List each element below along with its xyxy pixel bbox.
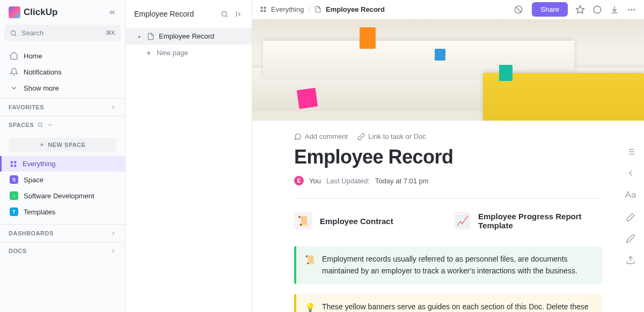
updated-value: Today at 7:01 pm	[375, 177, 429, 185]
svg-line-3	[42, 127, 43, 128]
breadcrumb-separator: /	[308, 5, 310, 13]
meta-actions: Add comment Link to task or Doc	[294, 132, 602, 140]
left-sidebar: ClickUp Search ⌘K Home Notifications Sho…	[0, 0, 126, 312]
byline: E You Last Updated: Today at 7:01 pm	[294, 176, 602, 185]
grid-icon	[10, 160, 17, 168]
svg-point-2	[38, 123, 42, 127]
bell-icon	[10, 68, 18, 76]
logo[interactable]: ClickUp	[9, 6, 57, 18]
search-input[interactable]: Search ⌘K	[4, 25, 121, 41]
new-page-button[interactable]: New page	[126, 44, 252, 61]
info-banner-green-text: Employment records usually referred to a…	[322, 254, 594, 277]
search-placeholder: Search	[21, 29, 43, 37]
svg-line-1	[15, 34, 16, 35]
star-icon[interactable]	[575, 5, 585, 14]
doc-tree-header: Employee Record	[126, 0, 252, 28]
typography-icon[interactable]: Aa	[625, 190, 636, 200]
info-banner-yellow-text: These yellow banners serve as guides on …	[322, 301, 594, 312]
section-spaces[interactable]: SPACES	[0, 116, 125, 133]
chevron-right-icon	[110, 248, 116, 254]
divider	[294, 198, 602, 199]
collapse-sidebar-icon[interactable]	[108, 8, 116, 17]
caret-icon[interactable]: ▸	[138, 34, 143, 39]
topbar: Everything / Employee Record Share	[252, 0, 644, 19]
export-icon[interactable]	[626, 255, 635, 265]
nav-notifications[interactable]: Notifications	[0, 64, 125, 80]
chevron-right-icon	[110, 104, 116, 110]
card-progress-report[interactable]: 📈 Employee Progress Report Template	[455, 212, 602, 230]
home-icon	[10, 51, 18, 60]
logo-text: ClickUp	[24, 7, 57, 18]
search-icon[interactable]	[37, 122, 43, 128]
page-icon	[147, 33, 155, 40]
bulb-icon: 💡	[305, 301, 316, 312]
space-templates[interactable]: T Templates	[0, 204, 125, 220]
section-favorites-label: FAVORITES	[9, 104, 44, 110]
link-task-button[interactable]: Link to task or Doc	[357, 132, 426, 140]
section-docs-label: DOCS	[9, 248, 27, 254]
space-software-development[interactable]: ⌂ Software Development	[0, 188, 125, 204]
comment-icon[interactable]	[592, 5, 602, 14]
collapse-panel-icon[interactable]	[235, 10, 243, 18]
magic-icon[interactable]	[626, 212, 635, 222]
space-templates-label: Templates	[24, 208, 55, 216]
search-icon[interactable]	[221, 10, 229, 18]
page-icon	[314, 6, 321, 13]
download-icon[interactable]	[610, 5, 619, 14]
doc-row-root[interactable]: ▸ Employee Record	[126, 28, 252, 44]
svg-marker-21	[576, 5, 584, 13]
author-label[interactable]: You	[309, 177, 321, 185]
nav-home-label: Home	[24, 52, 42, 60]
chevron-down-icon[interactable]	[47, 122, 53, 128]
search-shortcut: ⌘K	[106, 29, 115, 36]
new-space-button[interactable]: NEW SPACE	[9, 138, 116, 152]
svg-point-27	[634, 9, 635, 10]
section-spaces-label: SPACES	[9, 122, 34, 128]
search-icon	[10, 29, 17, 37]
scroll-icon: 📜	[305, 254, 316, 277]
logo-mark-icon	[9, 6, 20, 18]
svg-rect-16	[264, 7, 266, 9]
breadcrumb-root[interactable]: Everything	[271, 5, 304, 13]
doc-tree-panel: Employee Record ▸ Employee Record New pa…	[126, 0, 252, 312]
card-progress-label: Employee Progress Report Template	[478, 212, 602, 230]
cover-image[interactable]	[252, 19, 644, 121]
plus-icon	[39, 142, 45, 147]
outline-icon[interactable]	[626, 147, 635, 157]
edit-icon[interactable]	[626, 234, 635, 243]
add-comment-label: Add comment	[305, 132, 348, 140]
space-softdev-label: Software Development	[24, 192, 94, 200]
section-favorites[interactable]: FAVORITES	[0, 98, 125, 116]
add-comment-button[interactable]: Add comment	[294, 132, 348, 140]
breadcrumb: Everything / Employee Record	[260, 5, 385, 13]
avatar[interactable]: E	[294, 176, 304, 185]
space-space[interactable]: S Space	[0, 172, 125, 188]
svg-line-20	[516, 6, 522, 12]
svg-rect-9	[14, 165, 16, 167]
scroll-icon: 📜	[294, 212, 312, 230]
section-dashboards[interactable]: DASHBOARDS	[0, 224, 125, 242]
link-task-label: Link to task or Doc	[368, 132, 426, 140]
space-space-label: Space	[24, 176, 43, 184]
chart-icon: 📈	[455, 212, 471, 230]
share-button[interactable]: Share	[532, 2, 568, 17]
space-everything[interactable]: Everything	[0, 156, 125, 172]
nav-show-more[interactable]: Show more	[0, 80, 125, 96]
nav-notifications-label: Notifications	[24, 68, 62, 76]
more-icon[interactable]	[627, 5, 636, 14]
floating-toolbar: Aa	[617, 147, 644, 265]
clear-icon[interactable]	[513, 4, 524, 16]
nav-home[interactable]: Home	[0, 48, 125, 64]
plus-icon	[145, 49, 152, 57]
card-employee-contract[interactable]: 📜 Employee Contract	[294, 212, 442, 230]
primary-nav: Home Notifications Show more	[0, 46, 125, 98]
back-icon[interactable]	[626, 168, 635, 178]
doc-title[interactable]: Employee Record	[294, 146, 602, 168]
comment-icon	[294, 133, 302, 140]
breadcrumb-current[interactable]: Employee Record	[326, 5, 385, 13]
section-docs[interactable]: DOCS	[0, 242, 125, 259]
info-banner-yellow: 💡 These yellow banners serve as guides o…	[294, 294, 602, 312]
space-everything-label: Everything	[23, 160, 55, 168]
main-area: Everything / Employee Record Share Add c…	[252, 0, 644, 312]
grid-icon	[260, 6, 267, 13]
